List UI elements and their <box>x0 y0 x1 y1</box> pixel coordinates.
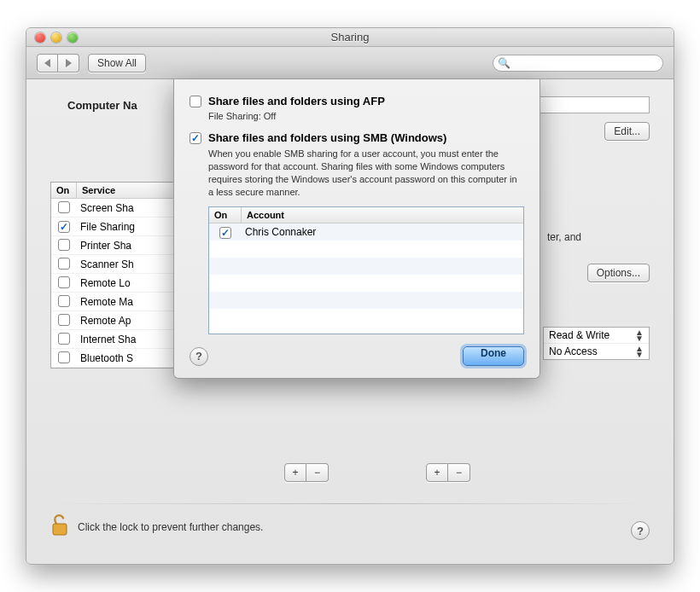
account-row <box>209 258 523 275</box>
service-checkbox[interactable] <box>58 276 70 288</box>
afp-checkbox[interactable] <box>190 96 201 107</box>
done-button[interactable]: Done <box>463 346 524 366</box>
account-checkbox[interactable] <box>219 227 231 239</box>
nav-segment <box>37 54 79 73</box>
stepper-icon[interactable]: ▲▼ <box>635 329 644 341</box>
service-checkbox[interactable] <box>58 333 70 345</box>
titlebar: Sharing <box>26 28 674 47</box>
service-checkbox[interactable] <box>58 295 70 307</box>
service-checkbox[interactable] <box>58 258 70 270</box>
account-row <box>209 309 523 326</box>
lock-row: Click the lock to prevent further change… <box>50 514 263 540</box>
accounts-header-on: On <box>209 207 242 223</box>
search-field-wrap: 🔍 <box>493 55 663 72</box>
smb-checkbox[interactable] <box>190 132 201 144</box>
show-all-button[interactable]: Show All <box>88 54 146 73</box>
account-row <box>209 241 523 258</box>
service-checkbox[interactable] <box>58 221 70 233</box>
accounts-table: On Account Chris Connaker <box>208 206 524 334</box>
remove-shared-folder-button[interactable]: − <box>306 463 329 482</box>
unlocked-lock-icon[interactable] <box>50 514 69 540</box>
search-icon: 🔍 <box>498 57 510 69</box>
afp-status: File Sharing: Off <box>208 111 524 121</box>
computer-name-label: Computer Na <box>67 99 137 112</box>
users-add-remove: + − <box>426 463 470 482</box>
account-row <box>209 292 523 309</box>
accounts-header-account: Account <box>242 207 523 223</box>
lock-text: Click the lock to prevent further change… <box>78 521 263 533</box>
options-button[interactable]: Options... <box>587 264 650 282</box>
divider <box>50 503 650 504</box>
partial-description-text: ter, and <box>547 231 650 243</box>
window-title: Sharing <box>26 31 674 44</box>
forward-button[interactable] <box>58 54 79 73</box>
add-user-button[interactable]: + <box>426 463 448 482</box>
account-row[interactable]: Chris Connaker <box>209 223 523 241</box>
chevron-right-icon <box>66 59 72 67</box>
toolbar: Show All 🔍 <box>26 47 674 79</box>
afp-label: Share files and folders using AFP <box>208 95 385 107</box>
stepper-icon[interactable]: ▲▼ <box>635 345 644 357</box>
sharing-preferences-window: Sharing Show All 🔍 Computer Na Edit... t… <box>26 27 674 565</box>
search-input[interactable] <box>493 55 663 72</box>
service-checkbox[interactable] <box>58 239 70 251</box>
service-checkbox[interactable] <box>58 314 70 326</box>
permissions-list: Read & Write ▲▼ No Access ▲▼ <box>543 327 650 360</box>
smb-description: When you enable SMB sharing for a user a… <box>208 148 524 198</box>
help-button[interactable]: ? <box>631 521 650 540</box>
account-row <box>209 275 523 292</box>
smb-label: Share files and folders using SMB (Windo… <box>208 131 446 144</box>
svg-rect-0 <box>53 524 67 535</box>
shared-folders-add-remove: + − <box>284 463 329 482</box>
service-checkbox[interactable] <box>58 351 70 363</box>
service-checkbox[interactable] <box>58 201 70 213</box>
back-button[interactable] <box>37 54 58 73</box>
add-shared-folder-button[interactable]: + <box>284 463 306 482</box>
edit-button[interactable]: Edit... <box>604 122 650 141</box>
options-sheet: Share files and folders using AFP File S… <box>173 79 540 379</box>
permission-row[interactable]: Read & Write ▲▼ <box>544 328 649 344</box>
remove-user-button[interactable]: − <box>448 463 470 482</box>
permission-row[interactable]: No Access ▲▼ <box>544 344 649 359</box>
chevron-left-icon <box>44 59 50 67</box>
services-header-on: On <box>51 183 77 198</box>
sheet-help-button[interactable]: ? <box>190 347 208 366</box>
